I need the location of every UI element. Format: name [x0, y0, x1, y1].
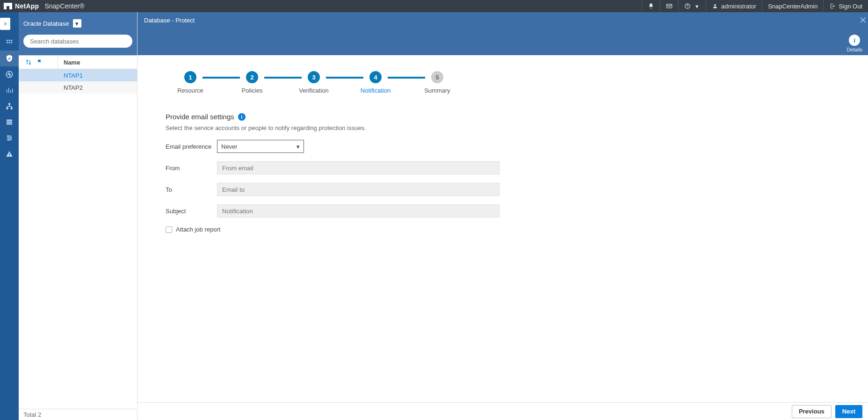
rail-apps[interactable]	[0, 35, 19, 51]
svg-rect-11	[11, 42, 12, 43]
row-to: To	[166, 183, 512, 196]
flag-icon	[36, 59, 43, 65]
next-button[interactable]: Next	[835, 405, 862, 418]
signout-label: Sign Out	[839, 3, 862, 10]
attach-label: Attach job report	[176, 226, 220, 233]
search-input[interactable]	[23, 35, 132, 48]
netapp-logo-icon	[4, 3, 12, 9]
chevron-down-icon: ▾	[75, 20, 79, 27]
step-summary[interactable]: 5 Summary	[412, 71, 462, 94]
from-input[interactable]	[217, 161, 499, 174]
list-header: Name	[19, 55, 137, 69]
rail-alerts[interactable]	[0, 146, 19, 162]
shield-icon	[5, 54, 14, 63]
sidebar-scope-label: Oracle Database	[23, 20, 69, 27]
step-verification[interactable]: 3 Verification	[289, 71, 339, 94]
apps-icon	[6, 39, 13, 46]
svg-point-21	[8, 139, 9, 141]
close-button[interactable]: ✕	[858, 15, 868, 25]
svg-rect-22	[9, 153, 9, 155]
help-button[interactable]: ▾	[678, 0, 706, 12]
svg-rect-2	[7, 3, 9, 6]
svg-point-4	[687, 7, 687, 7]
scope-button[interactable]: SnapCenterAdmin	[762, 0, 823, 12]
signout-button[interactable]: Sign Out	[823, 0, 868, 12]
chevron-down-icon: ▾	[297, 143, 300, 150]
svg-rect-18	[7, 123, 12, 125]
svg-point-5	[714, 4, 716, 6]
main-body: 1 Resource 2 Policies 3 Verification 4 N…	[137, 55, 868, 402]
list-footer: Total 2	[19, 409, 137, 420]
rail-monitor[interactable]	[0, 66, 19, 82]
svg-rect-10	[9, 42, 10, 43]
bell-icon	[648, 3, 654, 9]
step-number: 4	[369, 71, 382, 83]
step-notification[interactable]: 4 Notification	[351, 71, 400, 94]
row-attach[interactable]: Attach job report	[166, 226, 512, 233]
wizard-footer: Previous Next	[137, 402, 868, 420]
info-icon[interactable]: i	[238, 113, 246, 121]
form-subtitle: Select the service accounts or people to…	[166, 124, 512, 131]
page-title: Database - Protect	[144, 17, 195, 24]
subject-input[interactable]	[217, 204, 499, 217]
scope-label: SnapCenterAdmin	[768, 3, 817, 10]
resource-sidebar: Oracle Database ▾ Name NTAP1 NTAP2	[19, 12, 137, 420]
alert-icon	[6, 150, 13, 158]
step-resource[interactable]: 1 Resource	[166, 71, 215, 94]
storage-icon	[6, 118, 13, 126]
notifications-button[interactable]	[642, 0, 660, 12]
svg-rect-8	[11, 40, 12, 41]
attach-checkbox[interactable]	[166, 226, 172, 233]
brand-name: NetApp	[15, 2, 39, 10]
list-item-name: NTAP2	[58, 84, 83, 91]
label-to: To	[166, 186, 217, 193]
email-pref-select[interactable]: Never ▾	[217, 140, 304, 153]
chevron-right-icon	[3, 22, 7, 26]
list-header-name[interactable]: Name	[58, 59, 80, 66]
form-title: Provide email settings	[166, 113, 234, 121]
details-button[interactable]: i Details	[846, 35, 862, 52]
svg-rect-6	[7, 40, 8, 41]
user-button[interactable]: administrator	[706, 0, 762, 12]
list-item[interactable]: NTAP2	[19, 81, 137, 94]
main: Database - Protect ✕ i Details 1 Resourc…	[137, 12, 868, 420]
main-header: Database - Protect ✕ i Details	[137, 12, 868, 55]
svg-rect-7	[9, 40, 10, 41]
rail-reports[interactable]	[0, 82, 19, 98]
close-icon: ✕	[859, 14, 867, 26]
step-number: 3	[308, 71, 320, 83]
product-name: SnapCenter®	[44, 2, 84, 10]
details-label: Details	[846, 47, 862, 52]
list-header-icons[interactable]	[19, 56, 58, 69]
rail-hosts[interactable]	[0, 98, 19, 114]
step-label: Verification	[299, 87, 329, 94]
rail-storage[interactable]	[0, 114, 19, 130]
svg-rect-16	[7, 120, 12, 121]
rail-resources[interactable]	[0, 51, 19, 66]
list-item[interactable]: NTAP1	[19, 69, 137, 81]
label-email-pref: Email preference	[166, 143, 217, 150]
rail-settings[interactable]	[0, 130, 19, 146]
info-icon: i	[849, 35, 860, 46]
rail-expand-button[interactable]	[0, 18, 10, 30]
previous-button[interactable]: Previous	[792, 405, 832, 418]
user-icon	[712, 3, 718, 9]
to-input[interactable]	[217, 183, 499, 196]
step-number: 1	[184, 71, 196, 83]
help-icon	[684, 3, 691, 9]
scope-dropdown-button[interactable]: ▾	[73, 19, 81, 28]
search-wrap	[19, 35, 137, 55]
svg-point-19	[7, 136, 9, 137]
svg-rect-13	[8, 103, 10, 105]
form-title-row: Provide email settings i	[166, 113, 512, 121]
left-rail	[0, 12, 19, 420]
row-email-pref: Email preference Never ▾	[166, 140, 512, 153]
step-policies[interactable]: 2 Policies	[227, 71, 277, 94]
hosts-icon	[6, 102, 13, 110]
messages-button[interactable]	[660, 0, 678, 12]
svg-rect-14	[6, 108, 8, 109]
svg-rect-1	[9, 3, 12, 9]
step-label: Summary	[424, 87, 450, 94]
svg-rect-23	[9, 155, 9, 156]
step-number: 2	[246, 71, 258, 83]
